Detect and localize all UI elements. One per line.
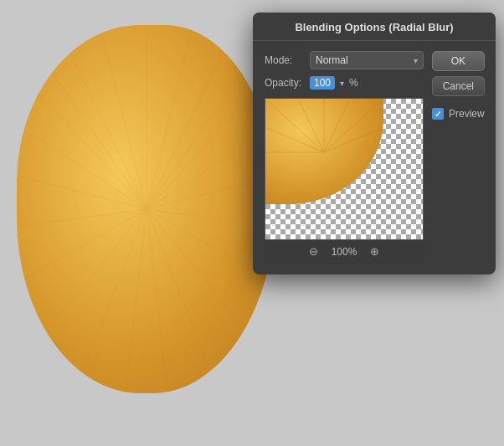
ok-button[interactable]: OK bbox=[432, 51, 485, 71]
cancel-button[interactable]: Cancel bbox=[432, 76, 485, 96]
check-mark-icon: ✓ bbox=[435, 110, 441, 119]
svg-line-37 bbox=[324, 128, 383, 152]
mode-label: Mode: bbox=[265, 54, 305, 66]
dialog-controls: Mode: Normal ▾ Opacity: 100 ▾ % bbox=[265, 51, 424, 264]
zoom-bar: ⊖ 100% ⊕ bbox=[265, 240, 424, 264]
blending-options-dialog: Blending Options (Radial Blur) Mode: Nor… bbox=[253, 13, 496, 274]
svg-line-2 bbox=[100, 27, 147, 209]
preview-check-row: ✓ Preview bbox=[432, 108, 485, 120]
svg-line-33 bbox=[299, 100, 324, 152]
svg-line-32 bbox=[270, 103, 324, 152]
fur-layer bbox=[17, 25, 276, 393]
svg-line-21 bbox=[18, 126, 147, 209]
svg-line-6 bbox=[147, 33, 268, 209]
zoom-out-icon[interactable]: ⊖ bbox=[309, 245, 318, 258]
svg-line-15 bbox=[126, 209, 147, 392]
preview-checkbox[interactable]: ✓ bbox=[432, 108, 444, 120]
dialog-body: Mode: Normal ▾ Opacity: 100 ▾ % bbox=[253, 41, 496, 274]
mode-value: Normal bbox=[316, 54, 348, 66]
svg-line-18 bbox=[29, 209, 147, 276]
svg-line-13 bbox=[147, 209, 209, 368]
zoom-level: 100% bbox=[332, 246, 357, 258]
dialog-buttons: OK Cancel ✓ Preview bbox=[432, 51, 485, 264]
mode-row: Mode: Normal ▾ bbox=[265, 51, 424, 69]
svg-line-28 bbox=[33, 276, 117, 343]
dialog-titlebar: Blending Options (Radial Blur) bbox=[253, 13, 496, 41]
svg-line-38 bbox=[267, 128, 324, 152]
opacity-value[interactable]: 100 bbox=[310, 76, 335, 90]
preview-canvas bbox=[265, 98, 424, 240]
svg-line-5 bbox=[147, 29, 234, 209]
preview-label: Preview bbox=[449, 108, 485, 120]
svg-line-29 bbox=[176, 276, 260, 343]
zoom-in-icon[interactable]: ⊕ bbox=[370, 245, 379, 258]
svg-line-35 bbox=[324, 100, 349, 152]
svg-line-16 bbox=[84, 209, 147, 368]
svg-line-19 bbox=[21, 209, 147, 226]
fur-texture-svg bbox=[17, 25, 276, 393]
opacity-percent: % bbox=[349, 77, 358, 89]
svg-line-36 bbox=[324, 103, 378, 152]
svg-line-14 bbox=[147, 209, 167, 392]
opacity-label: Opacity: bbox=[265, 77, 305, 89]
opacity-row: Opacity: 100 ▾ % bbox=[265, 76, 424, 90]
svg-line-1 bbox=[59, 29, 147, 209]
svg-line-11 bbox=[147, 209, 264, 276]
dialog-title: Blending Options (Radial Blur) bbox=[295, 21, 453, 33]
opacity-chevron-icon[interactable]: ▾ bbox=[340, 79, 344, 88]
mode-chevron-icon: ▾ bbox=[414, 56, 418, 65]
svg-line-23 bbox=[21, 42, 100, 151]
svg-line-12 bbox=[147, 209, 243, 326]
svg-line-20 bbox=[18, 176, 147, 209]
svg-line-17 bbox=[50, 209, 147, 326]
svg-line-4 bbox=[147, 27, 193, 209]
mode-dropdown[interactable]: Normal ▾ bbox=[310, 51, 424, 69]
